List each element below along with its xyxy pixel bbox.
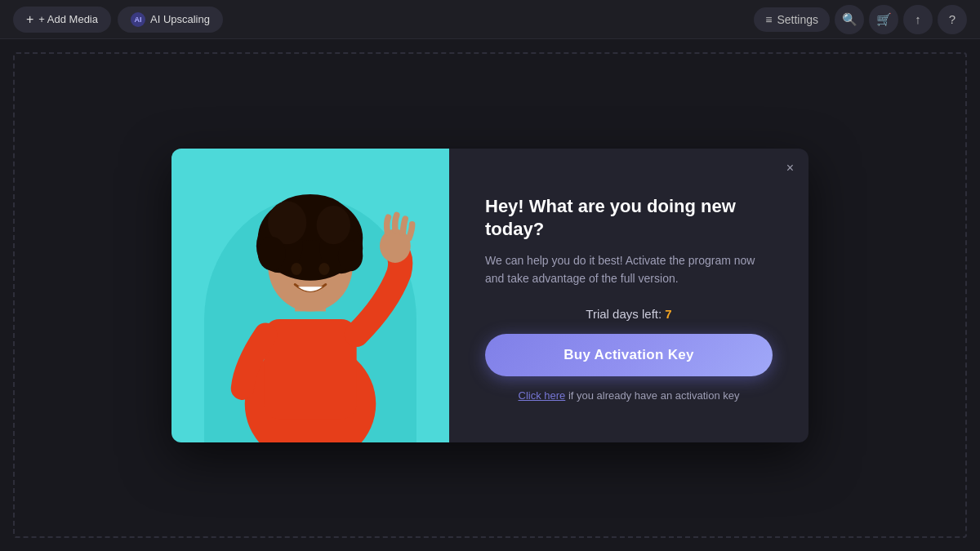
activation-modal: × [172,149,808,442]
trial-info: Trial days left: 7 [485,307,773,321]
modal-image-section [172,149,449,442]
ai-badge-icon: AI [131,12,145,27]
already-key-text: if you already have an activation key [568,389,740,402]
search-button[interactable]: 🔍 [835,5,864,34]
share-button[interactable]: ↑ [903,5,933,34]
svg-point-13 [318,262,329,274]
settings-button[interactable]: ≡ Settings [754,7,830,32]
ai-upscaling-button[interactable]: AI AI Upscaling [118,7,223,33]
modal-content-section: Hey! What are you doing new today? We ca… [449,149,808,442]
share-icon: ↑ [915,12,921,26]
add-media-label: + Add Media [38,13,98,25]
click-here-link[interactable]: Click here [519,389,566,402]
trial-label: Trial days left: [586,307,662,321]
already-have-key-section: Click here if you already have an activa… [485,389,773,402]
svg-rect-1 [264,318,356,419]
ai-upscaling-label: AI Upscaling [150,13,210,25]
modal-subtitle: We can help you do it best! Activate the… [485,251,773,288]
cart-icon: 🛒 [876,12,892,27]
modal-title: Hey! What are you doing new today? [485,195,773,242]
svg-point-14 [380,229,411,263]
svg-point-11 [338,240,363,271]
svg-point-10 [258,236,286,270]
svg-point-9 [317,206,351,244]
plus-icon: + [26,12,33,27]
help-button[interactable]: ? [938,5,967,34]
help-icon: ? [949,12,956,26]
close-icon: × [786,161,794,175]
person-illustration [196,165,425,442]
toolbar-right: ≡ Settings 🔍 🛒 ↑ ? [754,5,967,34]
cart-button[interactable]: 🛒 [869,5,898,34]
buy-activation-key-button[interactable]: Buy Activation Key [485,334,773,376]
trial-days: 7 [665,307,671,321]
settings-icon: ≡ [765,13,772,26]
search-icon: 🔍 [842,12,858,27]
toolbar: + + Add Media AI AI Upscaling ≡ Settings… [0,0,980,39]
main-area: × [0,39,980,551]
modal-close-button[interactable]: × [783,158,797,178]
svg-point-12 [291,262,301,274]
toolbar-left: + + Add Media AI AI Upscaling [13,7,223,33]
modal-overlay: × [0,39,980,551]
add-media-button[interactable]: + + Add Media [13,7,111,33]
settings-label: Settings [777,13,818,26]
